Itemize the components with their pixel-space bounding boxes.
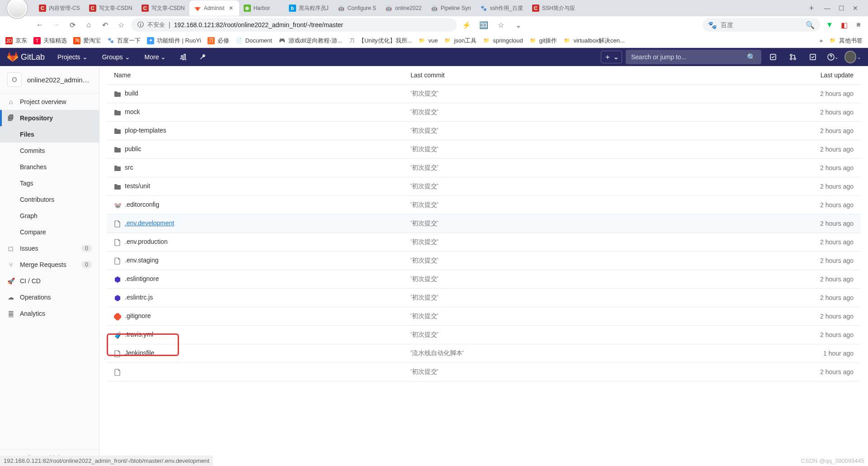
sidebar-item-overview[interactable]: ⌂Project overview [0, 94, 99, 110]
bookmark-item[interactable]: 📁vue [418, 37, 438, 44]
bookmarks-overflow[interactable]: » [820, 37, 823, 44]
browser-tab[interactable]: b黑马程序员J [284, 0, 333, 16]
table-row[interactable]: src'初次提交'2 hours ago [107, 159, 861, 177]
star-button[interactable]: ☆ [115, 19, 127, 31]
file-name[interactable]: .editorconfig [125, 201, 159, 208]
file-name[interactable]: .env.production [125, 238, 168, 245]
extension-icon-1[interactable]: ▼ [825, 20, 835, 30]
file-name[interactable]: .eslintrc.js [125, 294, 153, 301]
wrench-icon[interactable] [195, 48, 211, 66]
commit-message[interactable]: '初次提交' [410, 164, 438, 171]
browser-tab[interactable]: Administ✕ [189, 0, 239, 16]
bookmark-item[interactable]: JD京东 [5, 37, 27, 45]
table-row[interactable]: '初次提交'2 hours ago [107, 363, 861, 381]
reload-button[interactable]: ⟳ [66, 19, 79, 31]
other-bookmarks[interactable]: 📁其他书签 [829, 37, 863, 45]
file-name[interactable]: .travis.yml [125, 331, 153, 338]
bookmark-item[interactable]: 刀必修 [208, 37, 229, 45]
table-row[interactable]: public'初次提交'2 hours ago [107, 140, 861, 159]
table-row[interactable]: mock'初次提交'2 hours ago [107, 103, 861, 122]
browser-tab[interactable]: ⊕Harbor [239, 0, 284, 16]
maximize-button[interactable]: ☐ [839, 5, 844, 12]
table-row[interactable]: .env.development'初次提交'2 hours ago [107, 214, 861, 233]
commit-message[interactable]: '初次提交' [410, 201, 438, 208]
gitlab-search[interactable]: 🔍 [626, 50, 761, 64]
new-tab-button[interactable]: + [805, 2, 818, 14]
gitlab-search-input[interactable] [631, 53, 747, 61]
sidebar-item-merge[interactable]: ⑂Merge Requests0 [0, 257, 99, 273]
browser-tab[interactable]: 🐾ssh作用_百度 [476, 0, 528, 16]
forward-button[interactable]: → [50, 19, 62, 31]
file-name[interactable]: .gitignore [125, 312, 151, 319]
back-button[interactable]: ← [33, 19, 46, 31]
commit-message[interactable]: '初次提交' [410, 90, 438, 97]
file-name[interactable]: .env.staging [125, 257, 158, 264]
undo-nav-button[interactable]: ↶ [99, 19, 111, 31]
browser-tab[interactable]: C写文章-CSDN [137, 0, 189, 16]
sidebar-item-compare[interactable]: Compare [0, 224, 99, 240]
sidebar-item-files[interactable]: Files [0, 126, 99, 143]
bookmark-item[interactable]: 📁git操作 [529, 37, 557, 45]
plus-dropdown[interactable]: ＋ ⌄ [601, 51, 622, 63]
bookmark-item[interactable]: 📁springcloud [483, 37, 523, 44]
commit-message[interactable]: '流水线自动化脚本' [410, 349, 463, 357]
user-avatar[interactable]: ⌄ [844, 48, 861, 66]
commit-message[interactable]: '初次提交' [410, 312, 438, 319]
todos-icon[interactable] [805, 48, 821, 66]
table-row[interactable]: plop-templates'初次提交'2 hours ago [107, 122, 861, 140]
table-row[interactable]: 🐭.editorconfig'初次提交'2 hours ago [107, 196, 861, 214]
merge-requests-icon[interactable] [785, 48, 801, 66]
home-button[interactable]: ⌂ [82, 19, 95, 31]
search-icon[interactable]: 🔍 [806, 21, 815, 29]
file-name[interactable]: plop-templates [125, 127, 166, 134]
table-row[interactable]: .eslintignore'初次提交'2 hours ago [107, 270, 861, 289]
bookmark-item[interactable]: 🐾百度一下 [107, 37, 141, 45]
bookmark-item[interactable]: 📁virtualbox解决cen... [563, 37, 624, 45]
table-row[interactable]: build'初次提交'2 hours ago [107, 85, 861, 103]
file-name[interactable]: build [125, 90, 138, 97]
table-row[interactable]: 🧳.travis.yml'初次提交'2 hours ago [107, 326, 861, 344]
bookmark-item[interactable]: 🎮游戏dll逆向教程-游... [278, 37, 342, 45]
table-row[interactable]: .env.production'初次提交'2 hours ago [107, 233, 861, 252]
table-row[interactable]: tests/unit'初次提交'2 hours ago [107, 177, 861, 196]
translate-icon[interactable]: 🈁 [477, 19, 490, 31]
commit-message[interactable]: '初次提交' [410, 294, 438, 301]
chevron-down-icon[interactable]: ⌄ [512, 19, 524, 31]
file-name[interactable]: tests/unit [125, 182, 150, 190]
commit-message[interactable]: '初次提交' [410, 275, 438, 282]
browser-tab[interactable]: 🤖online2022 [381, 0, 426, 16]
bookmark-item[interactable]: 刀【Unity优化】我所... [349, 37, 412, 45]
bookmark-item[interactable]: 淘爱淘宝 [73, 37, 101, 45]
sidebar-item-analytics[interactable]: ䷀Analytics [0, 305, 99, 322]
table-row[interactable]: .gitignore'初次提交'2 hours ago [107, 307, 861, 326]
sidebar-item-commits[interactable]: Commits [0, 143, 99, 159]
commit-message[interactable]: '初次提交' [410, 182, 438, 190]
favorite-icon[interactable]: ☆ [495, 19, 507, 31]
tab-close-icon[interactable]: ✕ [227, 5, 235, 12]
col-name[interactable]: Name [107, 66, 403, 85]
commit-message[interactable]: '初次提交' [410, 257, 438, 264]
commit-message[interactable]: '初次提交' [410, 368, 438, 375]
nav-projects[interactable]: Projects ⌄ [52, 48, 93, 66]
file-name[interactable]: mock [125, 108, 140, 115]
browser-tab[interactable]: CSSH简介与应 [528, 0, 580, 16]
bookmark-item[interactable]: ✦功能组件 | RuoYi [147, 37, 201, 45]
browser-tab[interactable]: C内容管理-CS [34, 0, 85, 16]
file-name[interactable]: public [125, 145, 142, 152]
nav-more[interactable]: More ⌄ [139, 48, 172, 66]
sidebar-item-cicd[interactable]: 🚀CI / CD [0, 273, 99, 289]
bookmark-item[interactable]: T天猫精选 [33, 37, 67, 45]
commit-message[interactable]: '初次提交' [410, 238, 438, 245]
issues-icon[interactable] [765, 48, 781, 66]
minimize-button[interactable]: — [824, 5, 830, 12]
col-update[interactable]: Last update [671, 66, 861, 85]
file-name[interactable]: .env.development [125, 219, 174, 227]
table-row[interactable]: Jenkinsfile'流水线自动化脚本'1 hour ago [107, 344, 861, 363]
power-icon[interactable]: ⚡ [460, 19, 473, 31]
sidebar-item-graph[interactable]: Graph [0, 208, 99, 224]
table-row[interactable]: .env.staging'初次提交'2 hours ago [107, 252, 861, 270]
help-icon[interactable]: ⌄ [825, 48, 841, 66]
col-commit[interactable]: Last commit [403, 66, 671, 85]
sidebar-item-repository[interactable]: 🗐Repository [0, 110, 99, 126]
gitlab-logo[interactable]: GitLab [7, 52, 45, 62]
